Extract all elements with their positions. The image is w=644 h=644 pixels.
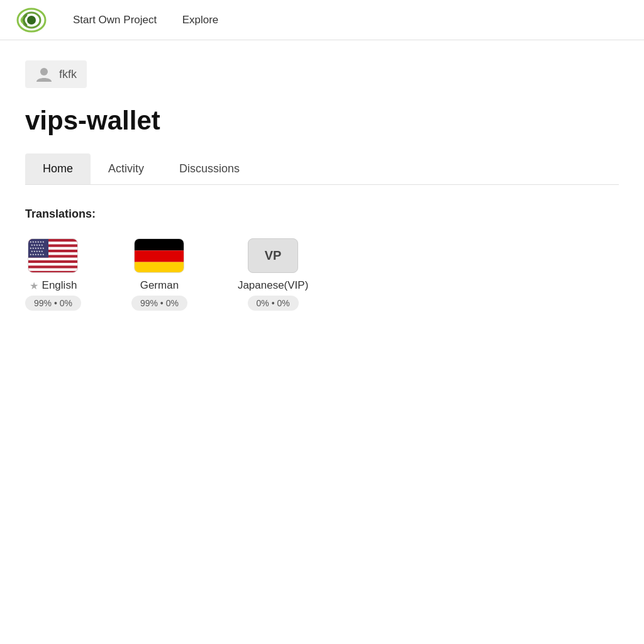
japanese-vip-stats: 0% • 0% (248, 296, 299, 311)
star-icon: ★ (30, 280, 38, 292)
svg-rect-18 (135, 250, 184, 262)
german-name-row: German (140, 279, 179, 292)
svg-rect-8 (28, 258, 78, 260)
translations-section: Translations: (25, 208, 619, 311)
svg-rect-10 (28, 269, 78, 271)
nav-start-own-project[interactable]: Start Own Project (73, 14, 157, 26)
english-lang-name: English (42, 279, 77, 292)
svg-rect-9 (28, 263, 78, 265)
vp-badge: VP (248, 238, 298, 273)
japanese-vip-name-row: Japanese(VIP) (238, 279, 308, 292)
german-lang-name: German (140, 279, 179, 292)
tab-home[interactable]: Home (25, 153, 91, 184)
translations-label: Translations: (25, 208, 619, 221)
translation-item-japanese-vip[interactable]: VP Japanese(VIP) 0% • 0% (238, 238, 308, 311)
svg-point-3 (40, 68, 48, 75)
translation-item-german[interactable]: German 99% • 0% (131, 238, 187, 311)
svg-text:★★★★★★: ★★★★★★ (30, 253, 45, 256)
user-name: fkfk (59, 68, 77, 81)
tab-discussions[interactable]: Discussions (162, 153, 257, 184)
translations-grid: ★★★★★★ ★★★★★ ★★★★★★ ★★★★★ ★★★★★★ ★ Engli… (25, 238, 619, 311)
tabs-bar: Home Activity Discussions (25, 153, 619, 185)
japanese-vip-lang-name: Japanese(VIP) (238, 279, 308, 292)
nav-explore[interactable]: Explore (182, 14, 219, 26)
project-title: vips-wallet (25, 106, 619, 136)
us-flag: ★★★★★★ ★★★★★ ★★★★★★ ★★★★★ ★★★★★★ (28, 238, 78, 273)
svg-point-2 (27, 16, 36, 25)
svg-rect-17 (135, 239, 184, 250)
logo-icon[interactable] (15, 6, 48, 34)
english-name-row: ★ English (30, 279, 77, 292)
main-content: fkfk vips-wallet Home Activity Discussio… (0, 40, 644, 331)
svg-rect-19 (135, 262, 184, 273)
de-flag (134, 238, 184, 273)
english-stats: 99% • 0% (25, 296, 81, 311)
german-stats: 99% • 0% (131, 296, 187, 311)
user-badge[interactable]: fkfk (25, 60, 87, 88)
translation-item-english[interactable]: ★★★★★★ ★★★★★ ★★★★★★ ★★★★★ ★★★★★★ ★ Engli… (25, 238, 81, 311)
main-nav: Start Own Project Explore (73, 14, 241, 26)
user-avatar-icon (35, 65, 53, 83)
header: Start Own Project Explore (0, 0, 644, 40)
tab-activity[interactable]: Activity (91, 153, 162, 184)
